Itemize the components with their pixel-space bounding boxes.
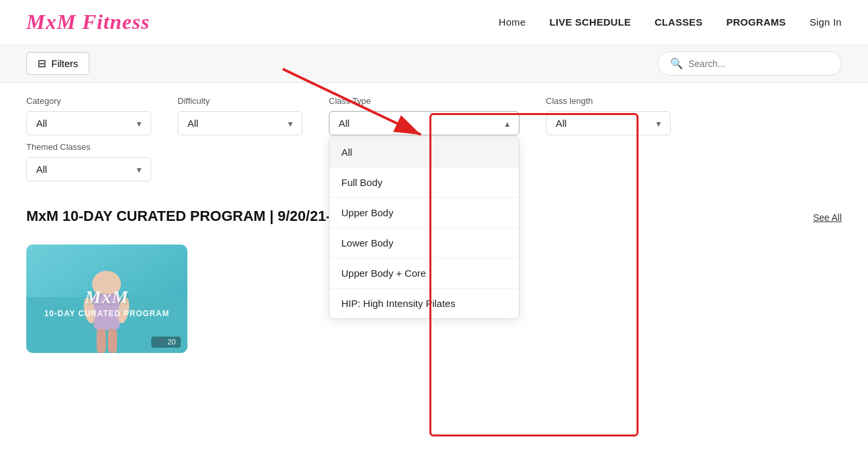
class-type-dropdown-menu: All Full Body Upper Body Lower Body Uppe… (329, 137, 519, 319)
card-badge: 🎵 20 (151, 337, 181, 348)
search-icon: 🔍 (670, 57, 683, 70)
chevron-up-icon: ▴ (505, 118, 510, 129)
nav-sign-in[interactable]: Sign In (809, 16, 842, 28)
class-type-label: Class Type (329, 96, 519, 106)
program-card[interactable]: MxM 10-DAY CURATED PROGRAM 🎵 20 (26, 245, 187, 353)
themed-classes-filter: Themed Classes All ▾ (26, 142, 151, 181)
class-length-filter: Class length All ▾ (546, 96, 671, 135)
nav: Home LIVE SCHEDULE CLASSES PROGRAMS Sign… (498, 16, 842, 28)
category-filter: Category All ▾ (26, 96, 151, 135)
category-value: All (36, 118, 47, 129)
class-length-label: Class length (546, 96, 671, 106)
svg-rect-8 (108, 329, 117, 353)
chevron-down-icon: ▾ (288, 118, 293, 129)
themed-classes-select[interactable]: All ▾ (26, 157, 151, 181)
class-type-option-full-body[interactable]: Full Body (329, 168, 519, 198)
nav-home[interactable]: Home (498, 16, 525, 28)
card-title-line1: MxM (44, 287, 169, 308)
class-length-select[interactable]: All ▾ (546, 111, 671, 135)
nav-programs[interactable]: PROGRAMS (726, 16, 786, 28)
difficulty-select[interactable]: All ▾ (178, 111, 302, 135)
category-select[interactable]: All ▾ (26, 111, 151, 135)
chevron-down-icon: ▾ (137, 118, 141, 129)
themed-classes-label: Themed Classes (26, 142, 151, 152)
themed-classes-value: All (36, 164, 47, 175)
class-type-option-all[interactable]: All (329, 137, 519, 168)
filter-bar: ⊟ Filters 🔍 (0, 45, 868, 83)
difficulty-label: Difficulty (178, 96, 302, 106)
class-type-option-lower-body[interactable]: Lower Body (329, 228, 519, 258)
nav-live-schedule[interactable]: LIVE SCHEDULE (550, 16, 631, 28)
dropdowns-row-1: Category All ▾ Difficulty All ▾ Class Ty… (0, 83, 868, 142)
class-type-select[interactable]: All ▴ (329, 111, 519, 135)
svg-rect-7 (97, 329, 106, 353)
logo[interactable]: MxM Fitness (26, 10, 150, 34)
class-length-value: All (556, 118, 567, 129)
card-title-line2: 10-DAY CURATED PROGRAM (44, 309, 169, 318)
nav-classes[interactable]: CLASSES (654, 16, 702, 28)
filter-icon: ⊟ (37, 57, 46, 70)
category-label: Category (26, 96, 151, 106)
class-type-value: All (339, 118, 350, 129)
program-title: MxM 10-DAY CURATED PROGRAM | 9/20/21-9/3 (26, 208, 351, 225)
class-type-option-upper-body-core[interactable]: Upper Body + Core (329, 258, 519, 289)
difficulty-filter: Difficulty All ▾ (178, 96, 302, 135)
class-type-filter: Class Type All ▴ All Full Body Upper Bod… (329, 96, 519, 135)
filters-label: Filters (51, 58, 78, 69)
filters-button[interactable]: ⊟ Filters (26, 52, 89, 75)
header: MxM Fitness Home LIVE SCHEDULE CLASSES P… (0, 0, 868, 45)
class-type-option-hip[interactable]: HIP: High Intensity Pilates (329, 289, 519, 318)
class-type-option-upper-body[interactable]: Upper Body (329, 198, 519, 228)
see-all-link[interactable]: See All (813, 212, 842, 223)
chevron-down-icon: ▾ (656, 118, 661, 129)
difficulty-value: All (187, 118, 199, 129)
chevron-down-icon: ▾ (137, 164, 141, 175)
search-box: 🔍 (658, 51, 842, 76)
search-input[interactable] (688, 59, 820, 69)
